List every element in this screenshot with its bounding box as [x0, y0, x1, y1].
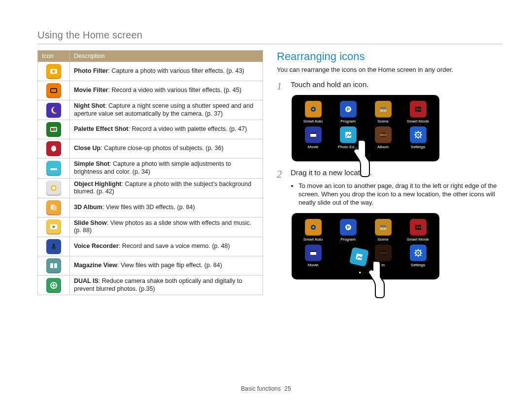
movie-icon	[305, 126, 322, 143]
phone-app-label: Program	[340, 119, 356, 123]
rest: : Reduce camera shake both optically and…	[74, 278, 242, 292]
icon-cell	[38, 81, 70, 100]
svg-rect-5	[51, 128, 53, 131]
program-icon: P	[340, 219, 357, 236]
icon-cell	[38, 237, 70, 256]
phone-app-label: Movie	[308, 145, 318, 149]
svg-text:Album: Album	[379, 133, 386, 136]
desc-cell: Photo Filter: Capture a photo with vario…	[70, 62, 263, 81]
page-title: Using the Home screen	[37, 30, 502, 41]
scene-icon: SCN	[375, 101, 392, 118]
section-heading: Rearranging icons	[277, 50, 502, 63]
phone-app-label: Album	[377, 145, 389, 149]
section-lead: You can rearrange the icons on the Home …	[277, 66, 502, 73]
rest: : Record a video with palette effects. (…	[128, 125, 247, 132]
svg-rect-16	[53, 244, 55, 248]
phone-app-album: AlbumAlbum	[366, 126, 399, 149]
svg-rect-18	[54, 263, 57, 268]
term: Magazine View	[74, 262, 117, 269]
table-row: Palette Effect Shot: Record a video with…	[38, 120, 263, 139]
term: DUAL IS	[74, 278, 99, 284]
phone-app-label: Scene	[377, 237, 389, 242]
svg-point-27	[416, 108, 418, 110]
icon-cell	[38, 276, 70, 295]
phone-app-movie: Movie	[297, 245, 330, 267]
table-row: Night Shot: Capture a night scene using …	[38, 100, 263, 120]
phone-app-scene: SCNScene	[366, 219, 399, 242]
album-icon: Album	[375, 245, 392, 261]
slide-show-icon	[46, 219, 61, 234]
program-icon: P	[340, 101, 357, 118]
desc-cell: Slide Show: View photos as a slide show …	[70, 217, 263, 237]
table-row: DUAL IS: Reduce camera shake both optica…	[38, 276, 263, 295]
table-row: Close Up: Capture close-up photos of sub…	[38, 139, 263, 158]
palette-shot-icon	[46, 122, 61, 137]
table-row: Slide Show: View photos as a slide show …	[38, 217, 263, 237]
phone-app-label: Settings	[411, 145, 425, 149]
phone-app-photo-edit	[332, 245, 365, 267]
svg-rect-3	[51, 89, 56, 92]
svg-text:SCN: SCN	[380, 109, 386, 112]
svg-rect-13	[53, 206, 57, 211]
phone-app-label: Smart Auto	[303, 237, 323, 242]
object-hl-icon	[46, 181, 61, 195]
footer: Basic functions 25	[0, 385, 532, 392]
close-up-icon	[46, 141, 61, 156]
term: Object Highlight	[74, 181, 122, 187]
movie-filter-icon	[46, 83, 61, 98]
term: Voice Recorder	[74, 243, 119, 249]
step-2-number: 2	[277, 168, 286, 179]
svg-text:P: P	[346, 107, 349, 112]
phone-app-label: Smart Auto	[303, 119, 323, 123]
scene-icon: SCN	[375, 219, 392, 236]
term: Night Shot	[74, 102, 105, 109]
table-row: Simple Shot: Capture a photo with simple…	[38, 158, 263, 178]
icon-cell	[38, 139, 70, 158]
phone-app-movie: Movie	[297, 126, 330, 149]
icon-cell	[38, 178, 70, 198]
svg-point-44	[419, 226, 421, 228]
icon-cell	[38, 198, 70, 217]
smart-auto-icon	[305, 219, 322, 236]
phone-app-program: PProgram	[332, 219, 365, 242]
phone-app-smart-movie: Smart Movie	[401, 101, 434, 123]
movie-icon	[305, 245, 322, 261]
phone-app-settings: Settings	[401, 245, 434, 267]
desc-cell: Palette Effect Shot: Record a video with…	[70, 120, 263, 139]
icon-cell	[38, 217, 70, 237]
term: Close Up	[74, 145, 100, 152]
desc-cell: 3D Album: View files with 3D effects. (p…	[70, 198, 263, 217]
step-2-bullet-1: To move an icon to another page, drag it…	[299, 182, 502, 207]
smart-movie-icon	[410, 101, 427, 118]
table-row: Photo Filter: Capture a photo with vario…	[38, 62, 263, 81]
title-rule	[37, 44, 502, 44]
phone-app-label: Smart Movie	[407, 119, 429, 123]
desc-cell: DUAL IS: Reduce camera shake both optica…	[70, 276, 263, 295]
icon-cell	[38, 158, 70, 178]
desc-cell: Simple Shot: Capture a photo with simple…	[70, 158, 263, 178]
phone-app-smart-auto: Smart Auto	[297, 219, 330, 242]
svg-point-35	[417, 134, 419, 136]
icon-cell	[38, 62, 70, 81]
step-2: 2 Drag it to a new location.	[277, 168, 502, 179]
album-icon: Album	[375, 126, 392, 143]
phone-app-smart-movie: Smart Movie	[401, 219, 434, 242]
svg-point-51	[417, 252, 419, 253]
svg-rect-30	[310, 133, 316, 134]
night-shot-icon	[46, 103, 61, 118]
hand-icon	[365, 259, 385, 299]
desc-cell: Close Up: Capture close-up photos of sub…	[70, 139, 263, 158]
svg-rect-6	[53, 128, 55, 131]
phone-app-label: Program	[340, 237, 356, 242]
footer-page: 25	[284, 385, 291, 392]
term: Photo Filter	[74, 67, 108, 74]
rest: : View files with page flip effect. (p. …	[117, 262, 222, 269]
svg-rect-40	[380, 225, 386, 227]
icon-cell	[38, 100, 70, 120]
term: Slide Show	[74, 219, 107, 226]
phone-mockup-2: Smart AutoPProgramSCNSceneSmart MovieMov…	[292, 213, 439, 279]
th-desc: Description	[70, 51, 263, 62]
svg-point-37	[312, 226, 314, 228]
th-icon: Icon	[38, 51, 70, 62]
rest: : Capture a photo with various filter ef…	[108, 67, 244, 74]
